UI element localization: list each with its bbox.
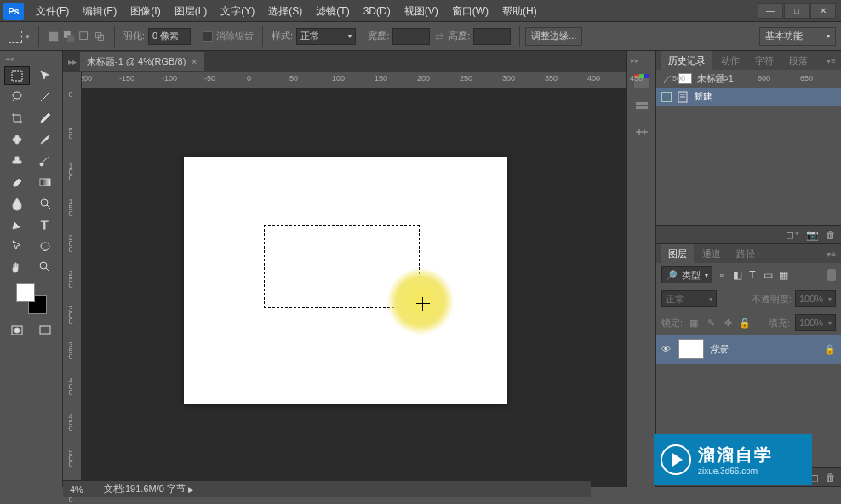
screenmode-icon[interactable] xyxy=(32,321,58,340)
menu-3d[interactable]: 3D(D) xyxy=(357,0,398,22)
history-tab[interactable]: 历史记录 xyxy=(661,51,712,70)
layers-tab[interactable]: 图层 xyxy=(661,244,694,263)
menu-view[interactable]: 视图(V) xyxy=(398,0,445,22)
svg-point-10 xyxy=(40,163,43,166)
crop-tool-icon[interactable] xyxy=(4,109,30,128)
tab-handle-icon[interactable]: ▸▸ xyxy=(68,57,73,66)
dodge-tool-icon[interactable] xyxy=(32,194,58,213)
history-item[interactable]: 新建 xyxy=(656,88,841,106)
lock-position-icon[interactable]: ✥ xyxy=(722,317,734,329)
menu-file[interactable]: 文件(F) xyxy=(29,0,76,22)
swap-dimensions-icon[interactable]: ⇄ xyxy=(433,31,445,43)
paths-tab[interactable]: 路径 xyxy=(729,244,762,263)
height-input[interactable] xyxy=(473,28,511,45)
color-panel-icon[interactable] xyxy=(632,97,652,116)
menu-window[interactable]: 窗口(W) xyxy=(445,0,495,22)
mini-handle-icon[interactable]: ▸▸ xyxy=(631,56,639,65)
document-canvas[interactable] xyxy=(184,157,507,404)
eraser-tool-icon[interactable] xyxy=(4,173,30,192)
brush-tool-icon[interactable] xyxy=(32,130,58,149)
canvas-stage[interactable] xyxy=(82,89,626,487)
lock-trans-icon[interactable]: ▦ xyxy=(688,317,700,329)
adjust-panel-icon[interactable] xyxy=(632,123,652,141)
workspace-switcher[interactable]: 基本功能▾ xyxy=(759,27,836,46)
lasso-tool-icon[interactable] xyxy=(4,88,30,106)
path-select-tool-icon[interactable] xyxy=(4,237,30,255)
selection-intersect-icon[interactable] xyxy=(94,31,106,43)
blur-tool-icon[interactable] xyxy=(4,194,30,213)
new-snapshot-icon[interactable]: ◻⁺ xyxy=(786,229,799,241)
lock-all-icon[interactable]: 🔒 xyxy=(739,317,751,329)
filter-shape-icon[interactable]: ▭ xyxy=(762,269,774,281)
svg-rect-2 xyxy=(67,35,74,42)
marquee-tool-icon[interactable] xyxy=(4,66,30,85)
foreground-color[interactable] xyxy=(16,284,35,302)
document-tab[interactable]: 未标题-1 @ 4%(RGB/8) × xyxy=(80,52,204,71)
move-tool-icon[interactable] xyxy=(32,66,58,85)
delete-layer-icon[interactable]: 🗑 xyxy=(826,472,836,484)
visibility-icon[interactable]: 👁 xyxy=(661,344,673,354)
panel-menu-icon[interactable]: ▾≡ xyxy=(827,56,836,66)
svg-rect-24 xyxy=(636,102,648,105)
quickmask-icon[interactable] xyxy=(4,321,30,340)
layer-filter-kind[interactable]: 🔎 类型▾ xyxy=(661,266,712,284)
current-tool-icon[interactable] xyxy=(9,31,22,43)
filter-image-icon[interactable]: ▫ xyxy=(716,269,728,281)
menu-help[interactable]: 帮助(H) xyxy=(495,0,544,22)
zoom-tool-icon[interactable] xyxy=(32,258,58,277)
pen-tool-icon[interactable] xyxy=(4,215,30,234)
menu-select[interactable]: 选择(S) xyxy=(261,0,309,22)
tab-close-icon[interactable]: × xyxy=(191,55,197,68)
menu-image[interactable]: 图像(I) xyxy=(123,0,167,22)
menu-edit[interactable]: 编辑(E) xyxy=(76,0,123,22)
filter-smart-icon[interactable]: ▦ xyxy=(777,269,789,281)
healing-tool-icon[interactable] xyxy=(4,130,30,149)
filter-type-icon[interactable]: T xyxy=(747,269,758,281)
window-minimize[interactable]: — xyxy=(758,3,783,19)
hand-tool-icon[interactable] xyxy=(4,258,30,277)
paragraph-tab[interactable]: 段落 xyxy=(782,51,815,70)
layer-lock-icon[interactable]: 🔒 xyxy=(824,344,836,355)
style-dropdown[interactable]: 正常▾ xyxy=(296,28,356,45)
eyedropper-tool-icon[interactable] xyxy=(32,109,58,128)
selection-new-icon[interactable] xyxy=(48,31,60,43)
opacity-input[interactable]: 100%▾ xyxy=(795,290,836,307)
layer-name[interactable]: 背景 xyxy=(709,343,819,356)
menu-type[interactable]: 文字(Y) xyxy=(214,0,261,22)
trash-icon[interactable]: 🗑 xyxy=(826,229,836,241)
selection-subtract-icon[interactable] xyxy=(78,31,90,43)
stamp-tool-icon[interactable] xyxy=(4,152,30,170)
wand-tool-icon[interactable] xyxy=(32,88,58,106)
channels-tab[interactable]: 通道 xyxy=(695,244,728,263)
lock-pixels-icon[interactable]: ✎ xyxy=(705,317,717,329)
layer-thumbnail[interactable] xyxy=(678,339,704,359)
menu-filter[interactable]: 滤镜(T) xyxy=(309,0,356,22)
selection-add-icon[interactable] xyxy=(63,31,75,43)
color-swatches[interactable] xyxy=(16,284,47,314)
feather-input[interactable] xyxy=(148,28,191,45)
layer-row[interactable]: 👁 背景 🔒 xyxy=(656,335,841,364)
camera-icon[interactable]: 📷 xyxy=(806,229,819,241)
character-tab[interactable]: 字符 xyxy=(748,51,781,70)
menu-layer[interactable]: 图层(L) xyxy=(168,0,215,22)
zoom-level[interactable]: 4% xyxy=(70,484,83,495)
filter-toggle[interactable] xyxy=(827,269,836,281)
doc-info-menu-icon[interactable]: ▶ xyxy=(188,485,194,494)
window-close[interactable]: ✕ xyxy=(810,3,836,19)
panel-menu-icon[interactable]: ▾≡ xyxy=(827,249,836,259)
actions-tab[interactable]: 动作 xyxy=(714,51,747,70)
window-maximize[interactable]: □ xyxy=(784,3,810,19)
history-brush-tool-icon[interactable] xyxy=(32,152,58,170)
fill-label: 填充: xyxy=(769,317,790,329)
type-tool-icon[interactable]: T xyxy=(32,215,58,234)
gradient-tool-icon[interactable] xyxy=(32,173,58,192)
shape-tool-icon[interactable] xyxy=(32,237,58,255)
antialias-checkbox[interactable] xyxy=(203,32,213,42)
svg-point-17 xyxy=(14,328,20,333)
refine-edge-button[interactable]: 调整边缘... xyxy=(525,27,582,46)
panel-handle-icon[interactable]: ◂◂ xyxy=(5,54,14,63)
blend-mode-dropdown[interactable]: 正常▾ xyxy=(661,290,717,307)
filter-adjust-icon[interactable]: ◧ xyxy=(731,269,743,281)
fill-input[interactable]: 100%▾ xyxy=(795,314,836,331)
width-input[interactable] xyxy=(392,28,430,45)
